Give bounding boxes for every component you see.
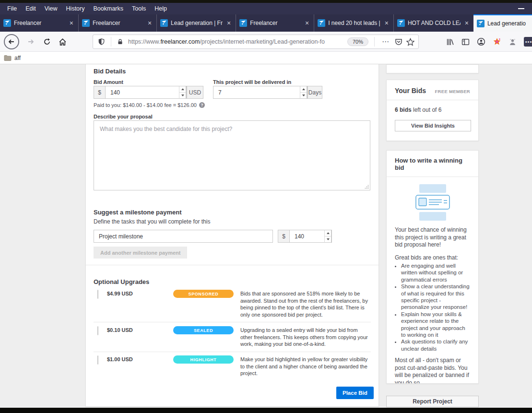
sealed-price: $0.10 USD [107, 327, 133, 333]
membership-badge: FREE MEMBER [435, 89, 471, 94]
highlight-price: $1.00 USD [107, 356, 133, 362]
milestone-task-group [94, 230, 273, 243]
bid-details-heading: Bid Details [94, 68, 126, 75]
tab-close-icon[interactable]: × [225, 20, 232, 26]
url-text: https://www.freelancer.com/projects/inte… [128, 38, 345, 45]
step-up-icon[interactable] [179, 86, 186, 93]
tab-bar: Freelancer × Freelancer × Lead generatio… [0, 14, 532, 32]
extension-menu-icon[interactable]: ••• [524, 37, 532, 47]
tab-hot-leads[interactable]: I need 20 hot leads | × [314, 14, 393, 32]
step-down-icon[interactable] [300, 93, 307, 98]
highlight-checkbox[interactable] [97, 356, 98, 365]
milestone-heading: Suggest a milestone payment [94, 209, 182, 216]
delivery-days-input[interactable] [213, 86, 307, 99]
winning-bid-intro: Your best chance of winning this project… [387, 226, 478, 249]
sealed-badge: SEALED [173, 326, 234, 334]
bookmarks-toolbar: aff [0, 52, 532, 64]
tab-hot-and-cold[interactable]: HOT AND COLD LEA × [393, 14, 473, 32]
your-bids-card: Your Bids FREE MEMBER 6 bids left out of… [386, 80, 479, 141]
menu-tools[interactable]: Tools [128, 3, 150, 14]
tip-item: Show a clear understanding of what is re… [401, 283, 470, 311]
pocket-icon[interactable] [395, 38, 402, 46]
row-divider [94, 322, 371, 322]
menu-view[interactable]: View [40, 3, 62, 14]
currency-prefix: $ [94, 86, 106, 99]
sealed-checkbox[interactable] [97, 327, 98, 335]
highlight-description: Make your bid highlighted in yellow for … [240, 356, 371, 377]
tab-close-icon[interactable]: × [146, 20, 153, 26]
days-suffix: Days [307, 86, 322, 99]
bookmark-folder-aff[interactable]: aff [14, 55, 21, 61]
sponsored-badge: SPONSORED [173, 290, 234, 298]
home-icon [59, 38, 67, 46]
menu-help[interactable]: Help [150, 3, 171, 14]
bookmark-star-icon[interactable] [406, 38, 414, 46]
freelancer-favicon-icon [318, 19, 325, 27]
resize-grip-icon[interactable] [365, 185, 369, 189]
bids-remaining-count: 6 bids [395, 106, 412, 113]
place-bid-button[interactable]: Place Bid [336, 387, 374, 399]
step-up-icon[interactable] [300, 86, 307, 93]
shield-icon[interactable] [98, 38, 105, 46]
zoom-level-badge[interactable]: 70% [347, 37, 368, 46]
tab-freelancer-3[interactable]: Freelancer × [236, 14, 314, 32]
tab-title: HOT AND COLD LEA [408, 20, 461, 26]
url-path: /projects/internet-marketing/Lead-genera… [200, 38, 325, 45]
row-divider [94, 352, 371, 352]
step-up-icon[interactable] [325, 230, 331, 236]
milestone-amount-stepper[interactable] [324, 230, 331, 243]
menu-file[interactable]: File [3, 3, 21, 14]
tab-close-icon[interactable]: × [463, 20, 470, 26]
sponsored-checkbox[interactable] [97, 290, 98, 299]
menu-edit[interactable]: Edit [21, 3, 40, 14]
tab-close-icon[interactable]: × [304, 20, 310, 26]
add-milestone-button[interactable]: Add another milestone payment [94, 247, 187, 259]
menu-bookmarks[interactable]: Bookmarks [89, 3, 128, 14]
url-scheme: https://www. [128, 38, 160, 45]
account-icon[interactable] [477, 37, 485, 46]
bid-amount-input[interactable] [106, 86, 187, 99]
reload-button[interactable] [39, 34, 55, 49]
paid-note-text: Paid to you: $140.00 - $14.00 fee = $126… [94, 102, 197, 108]
optional-upgrades-heading: Optional Upgrades [94, 278, 149, 285]
menu-history[interactable]: History [62, 3, 89, 14]
tab-freelancer-2[interactable]: Freelancer × [78, 14, 156, 32]
your-bids-title: Your Bids [395, 87, 435, 94]
url-bar[interactable]: https://www.freelancer.com/projects/inte… [93, 35, 419, 49]
tab-active-lead-generation[interactable]: Lead generatio [473, 14, 532, 32]
delivery-stepper[interactable] [300, 86, 307, 99]
help-icon[interactable]: ? [199, 102, 205, 108]
freelancer-favicon-icon [3, 19, 11, 27]
milestone-task-input[interactable] [94, 230, 273, 243]
page-actions-icon[interactable]: ⋯ [382, 37, 390, 46]
back-button[interactable] [4, 34, 19, 49]
minimize-button[interactable] [518, 8, 524, 9]
home-button[interactable] [55, 34, 70, 49]
report-project-button[interactable]: Report Project [386, 396, 479, 407]
forward-button[interactable] [23, 34, 38, 49]
bid-amount-group: $ USD [94, 86, 203, 99]
extension-sparkle-icon[interactable] [493, 37, 501, 46]
tab-title: Lead generatio [487, 20, 526, 27]
sidebar-toggle-icon[interactable] [461, 38, 470, 46]
proposal-label: Describe your proposal [94, 114, 153, 119]
extension-person-icon[interactable] [508, 38, 517, 46]
tab-close-icon[interactable]: × [68, 20, 75, 26]
tab-lead-generation[interactable]: Lead generation | Fr × [156, 14, 236, 32]
freelancer-favicon-icon [82, 19, 90, 27]
step-down-icon[interactable] [325, 236, 331, 242]
library-icon[interactable] [446, 38, 454, 46]
highlight-badge: HIGHLIGHT [173, 355, 234, 364]
proposal-textarea[interactable] [94, 120, 370, 190]
tip-item: Are engaging and well written without sp… [401, 262, 470, 283]
page-content: Bid Details Bid Amount This project will… [0, 64, 532, 413]
lock-icon[interactable] [117, 38, 123, 45]
bid-amount-stepper[interactable] [179, 86, 186, 99]
step-down-icon[interactable] [179, 93, 186, 98]
proposal-field-wrap [94, 120, 370, 190]
spam-warning: Most of all - don't spam or post cut-and… [387, 357, 478, 384]
tab-close-icon[interactable]: × [383, 20, 390, 26]
view-bid-insights-button[interactable]: View Bid Insights [395, 120, 471, 131]
tab-freelancer-1[interactable]: Freelancer × [0, 14, 78, 32]
tab-title: Freelancer [14, 20, 65, 26]
